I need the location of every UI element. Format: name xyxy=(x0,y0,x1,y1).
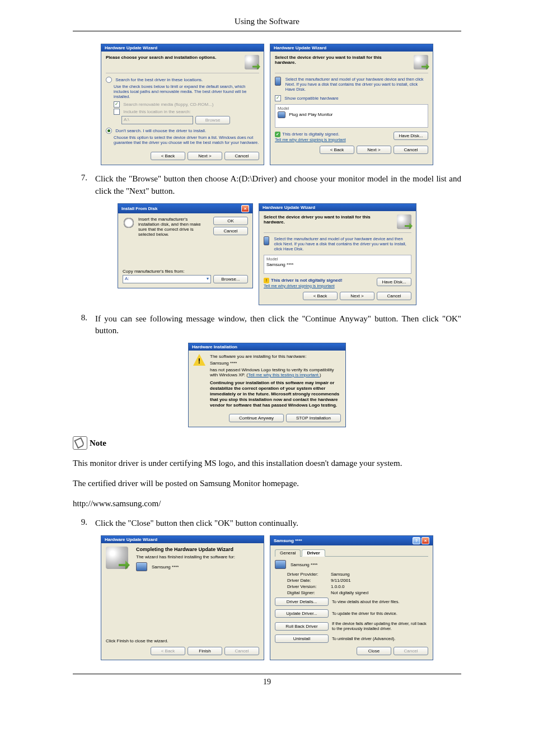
checkbox-include-location[interactable] xyxy=(114,109,120,115)
checkbox-removable-media-label: Search removable media (floppy, CD-ROM..… xyxy=(123,102,213,107)
kv-val: 9/11/2001 xyxy=(331,578,351,583)
titlebar: Hardware Installation xyxy=(189,343,345,351)
warning-small-icon: ! xyxy=(264,278,269,283)
install-text-2: has not passed Windows Logo testing to v… xyxy=(210,367,341,377)
radio-search-best[interactable] xyxy=(106,77,112,83)
model-row[interactable]: Plug and Play Monitor xyxy=(278,111,425,118)
back-button[interactable]: < Back xyxy=(320,146,354,154)
close-icon[interactable]: × xyxy=(421,537,429,544)
dialog-completing-wizard: Hardware Update Wizard Completing the Ha… xyxy=(101,535,264,660)
help-icon[interactable]: ? xyxy=(413,537,420,544)
cancel-button[interactable]: Cancel xyxy=(224,152,259,160)
have-disk-button[interactable]: Have Disk... xyxy=(394,132,428,140)
step-text: Click the "Browse" button then choose A:… xyxy=(95,173,461,198)
note-paragraph-1: This monitor driver is under certifying … xyxy=(73,458,461,470)
browse-button[interactable]: Browse xyxy=(195,116,230,124)
cancel-button[interactable]: Cancel xyxy=(213,227,248,235)
dialog-select-driver-samsung: Hardware Update Wizard Select the device… xyxy=(259,203,416,305)
have-disk-button[interactable]: Have Disk... xyxy=(377,278,411,286)
back-button[interactable]: < Back xyxy=(303,292,338,300)
next-button[interactable]: Next > xyxy=(340,292,374,300)
wizard-icon xyxy=(397,214,411,229)
dialog-heading: Select the device driver you want to ins… xyxy=(275,55,398,65)
why-signing-link[interactable]: Tell me why driver signing is important xyxy=(264,283,343,288)
browse-button[interactable]: Browse... xyxy=(213,275,248,283)
cancel-button[interactable]: Cancel xyxy=(394,146,428,154)
cancel-button[interactable]: Cancel xyxy=(394,647,428,655)
tab-general[interactable]: General xyxy=(275,549,301,557)
uninstall-button[interactable]: Uninstall xyxy=(275,634,329,643)
warning-icon: ! xyxy=(193,354,205,366)
next-button[interactable]: Next > xyxy=(357,146,391,154)
titlebar-text: Hardware Update Wizard xyxy=(105,537,157,542)
continue-anyway-button[interactable]: Continue Anyway xyxy=(229,414,284,422)
location-path-field[interactable]: A:\ xyxy=(121,116,193,124)
install-warning: Continuing your installation of this sof… xyxy=(210,380,341,408)
model-row[interactable]: Samsung **** xyxy=(266,262,409,267)
model-column-header: Model xyxy=(278,106,425,111)
monitor-icon xyxy=(264,236,269,245)
page-number: 19 xyxy=(73,678,461,687)
dialog-driver-properties: Samsung **** ? × General Driver Samsung … xyxy=(270,535,433,660)
titlebar-text: Hardware Update Wizard xyxy=(105,45,157,50)
driver-details-button[interactable]: Driver Details... xyxy=(275,598,329,606)
next-button[interactable]: Next > xyxy=(188,152,222,160)
dialog-heading: Select the device driver you want to ins… xyxy=(264,214,387,225)
update-driver-desc: To update the driver for this device. xyxy=(332,611,428,616)
step-number: 7. xyxy=(73,173,87,198)
monitor-icon xyxy=(136,562,147,571)
kv-key: Driver Date: xyxy=(287,578,331,583)
step-number: 8. xyxy=(73,313,87,338)
checkbox-include-location-label: Include this location in the search: xyxy=(123,109,191,114)
note-url: http://www.samsung.com/ xyxy=(73,498,461,510)
radio-dont-search[interactable] xyxy=(106,128,112,134)
back-button[interactable]: < Back xyxy=(151,647,185,655)
finish-button[interactable]: Finish xyxy=(188,647,222,655)
titlebar-text: Hardware Installation xyxy=(192,344,237,349)
driver-details-desc: To view details about the driver files. xyxy=(332,599,428,604)
titlebar-text: Samsung **** xyxy=(274,538,302,543)
titlebar-text: Hardware Update Wizard xyxy=(263,205,315,210)
dialog-update-search: Hardware Update Wizard Please choose you… xyxy=(101,44,264,165)
why-signing-link[interactable]: Tell me why driver signing is important xyxy=(275,137,346,142)
kv-key: Digital Signer: xyxy=(287,590,331,595)
update-driver-button[interactable]: Update Driver... xyxy=(275,609,329,618)
dialog-select-driver: Hardware Update Wizard Select the device… xyxy=(270,44,433,165)
titlebar: Hardware Update Wizard xyxy=(259,204,416,211)
titlebar: Install From Disk × xyxy=(118,204,252,213)
dialog-install-from-disk: Install From Disk × Insert the manufactu… xyxy=(118,203,253,288)
rollback-driver-button[interactable]: Roll Back Driver xyxy=(275,622,329,631)
completing-text: The wizard has finished installing the s… xyxy=(136,554,259,559)
completing-heading: Completing the Hardware Update Wizard xyxy=(136,547,259,552)
wizard-icon xyxy=(414,55,428,69)
checkbox-removable-media[interactable] xyxy=(114,101,120,108)
kv-key: Driver Version: xyxy=(287,584,331,589)
close-icon[interactable]: × xyxy=(241,205,249,212)
search-desc: Use the check boxes below to limit or ex… xyxy=(114,84,259,99)
why-testing-link[interactable]: Tell me why this testing is important. xyxy=(248,372,320,377)
install-msg: Insert the manufacturer's installation d… xyxy=(138,217,210,237)
completing-name: Samsung **** xyxy=(152,564,179,570)
titlebar: Hardware Update Wizard xyxy=(270,44,433,52)
unsigned-status: !This driver is not digitally signed! xyxy=(264,278,343,283)
stop-installation-button[interactable]: STOP Installation xyxy=(286,414,341,422)
dialog-hardware-installation: Hardware Installation ! The software you… xyxy=(188,343,346,427)
cancel-button[interactable]: Cancel xyxy=(377,292,411,300)
tab-driver[interactable]: Driver xyxy=(302,549,325,557)
copy-path-field[interactable]: A: ▾ xyxy=(123,275,211,283)
back-button[interactable]: < Back xyxy=(151,152,185,160)
radio-dont-search-label: Don't search. I will choose the driver t… xyxy=(115,128,206,133)
wizard-icon xyxy=(245,55,259,69)
uninstall-desc: To uninstall the driver (Advanced). xyxy=(332,636,428,641)
signed-status: ✔This driver is digitally signed. xyxy=(275,132,346,137)
close-button[interactable]: Close xyxy=(357,647,391,655)
step-text: If you can see following message window,… xyxy=(95,313,461,338)
checkbox-show-compatible[interactable] xyxy=(275,95,281,101)
kv-val: Samsung xyxy=(331,572,350,577)
titlebar-text: Install From Disk xyxy=(121,206,157,211)
cancel-button[interactable]: Cancel xyxy=(224,647,259,655)
ok-button[interactable]: OK xyxy=(213,217,248,225)
radio-search-best-label: Search for the best driver in these loca… xyxy=(115,77,203,82)
dont-search-desc: Choose this option to select the device … xyxy=(114,135,259,145)
kv-val: Not digitally signed xyxy=(331,590,368,595)
